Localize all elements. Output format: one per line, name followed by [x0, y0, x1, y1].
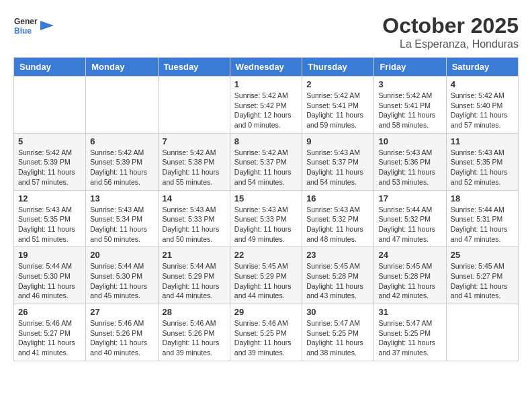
calendar-cell: 11Sunrise: 5:43 AM Sunset: 5:35 PM Dayli… — [446, 133, 518, 190]
day-info: Sunrise: 5:43 AM Sunset: 5:35 PM Dayligh… — [18, 205, 81, 244]
day-number: 15 — [234, 193, 298, 203]
calendar-cell: 27Sunrise: 5:46 AM Sunset: 5:26 PM Dayli… — [86, 304, 158, 361]
calendar-cell: 25Sunrise: 5:45 AM Sunset: 5:27 PM Dayli… — [446, 247, 518, 304]
month-title: October 2025 — [382, 13, 519, 38]
day-info: Sunrise: 5:45 AM Sunset: 5:27 PM Dayligh… — [451, 261, 514, 301]
day-info: Sunrise: 5:42 AM Sunset: 5:39 PM Dayligh… — [18, 148, 81, 187]
day-number: 2 — [306, 79, 369, 89]
day-info: Sunrise: 5:43 AM Sunset: 5:37 PM Dayligh… — [306, 148, 369, 187]
calendar-cell: 22Sunrise: 5:45 AM Sunset: 5:29 PM Dayli… — [230, 247, 302, 304]
calendar-cell: 12Sunrise: 5:43 AM Sunset: 5:35 PM Dayli… — [14, 190, 86, 247]
calendar-cell: 14Sunrise: 5:43 AM Sunset: 5:33 PM Dayli… — [158, 190, 230, 247]
day-number: 5 — [18, 136, 81, 146]
calendar-cell: 8Sunrise: 5:42 AM Sunset: 5:37 PM Daylig… — [230, 133, 302, 190]
day-number: 24 — [378, 250, 441, 260]
calendar-cell: 30Sunrise: 5:47 AM Sunset: 5:25 PM Dayli… — [302, 304, 374, 361]
calendar-cell: 7Sunrise: 5:42 AM Sunset: 5:38 PM Daylig… — [158, 133, 230, 190]
day-info: Sunrise: 5:43 AM Sunset: 5:33 PM Dayligh… — [163, 205, 226, 244]
day-number: 25 — [451, 250, 514, 260]
day-number: 30 — [306, 307, 369, 317]
day-info: Sunrise: 5:45 AM Sunset: 5:29 PM Dayligh… — [234, 261, 298, 301]
day-info: Sunrise: 5:47 AM Sunset: 5:25 PM Dayligh… — [378, 318, 441, 358]
day-info: Sunrise: 5:46 AM Sunset: 5:26 PM Dayligh… — [90, 318, 153, 358]
day-number: 26 — [18, 307, 81, 317]
day-number: 27 — [90, 307, 153, 317]
calendar-cell — [158, 77, 230, 134]
calendar-cell: 5Sunrise: 5:42 AM Sunset: 5:39 PM Daylig… — [14, 133, 86, 190]
calendar-cell — [86, 77, 158, 134]
title-block: October 2025 La Esperanza, Honduras — [382, 13, 519, 50]
day-info: Sunrise: 5:46 AM Sunset: 5:27 PM Dayligh… — [18, 318, 81, 358]
svg-marker-3 — [40, 21, 54, 30]
svg-text:Blue: Blue — [14, 26, 32, 36]
day-info: Sunrise: 5:42 AM Sunset: 5:37 PM Dayligh… — [234, 148, 298, 187]
day-number: 7 — [163, 136, 226, 146]
day-info: Sunrise: 5:42 AM Sunset: 5:40 PM Dayligh… — [451, 91, 514, 130]
svg-text:General: General — [14, 17, 38, 26]
weekday-header-thursday: Thursday — [302, 58, 374, 77]
day-info: Sunrise: 5:47 AM Sunset: 5:25 PM Dayligh… — [306, 318, 369, 358]
calendar-cell: 28Sunrise: 5:46 AM Sunset: 5:26 PM Dayli… — [158, 304, 230, 361]
day-number: 21 — [163, 250, 226, 260]
calendar-cell: 20Sunrise: 5:44 AM Sunset: 5:30 PM Dayli… — [86, 247, 158, 304]
weekday-header-monday: Monday — [86, 58, 158, 77]
weekday-header-wednesday: Wednesday — [230, 58, 302, 77]
day-info: Sunrise: 5:44 AM Sunset: 5:30 PM Dayligh… — [18, 261, 81, 301]
day-info: Sunrise: 5:42 AM Sunset: 5:39 PM Dayligh… — [90, 148, 153, 187]
calendar-cell: 16Sunrise: 5:43 AM Sunset: 5:32 PM Dayli… — [302, 190, 374, 247]
day-info: Sunrise: 5:42 AM Sunset: 5:42 PM Dayligh… — [234, 91, 298, 130]
day-number: 31 — [378, 307, 441, 317]
calendar-cell: 9Sunrise: 5:43 AM Sunset: 5:37 PM Daylig… — [302, 133, 374, 190]
day-number: 17 — [378, 193, 441, 203]
week-row-1: 1Sunrise: 5:42 AM Sunset: 5:42 PM Daylig… — [14, 77, 519, 134]
calendar-cell: 24Sunrise: 5:45 AM Sunset: 5:28 PM Dayli… — [374, 247, 446, 304]
day-number: 28 — [163, 307, 226, 317]
calendar-cell: 2Sunrise: 5:42 AM Sunset: 5:41 PM Daylig… — [302, 77, 374, 134]
day-info: Sunrise: 5:45 AM Sunset: 5:28 PM Dayligh… — [306, 261, 369, 301]
calendar-cell: 18Sunrise: 5:44 AM Sunset: 5:31 PM Dayli… — [446, 190, 518, 247]
day-info: Sunrise: 5:43 AM Sunset: 5:35 PM Dayligh… — [451, 148, 514, 187]
day-number: 9 — [306, 136, 369, 146]
week-row-5: 26Sunrise: 5:46 AM Sunset: 5:27 PM Dayli… — [14, 304, 519, 361]
week-row-4: 19Sunrise: 5:44 AM Sunset: 5:30 PM Dayli… — [14, 247, 519, 304]
day-info: Sunrise: 5:42 AM Sunset: 5:41 PM Dayligh… — [378, 91, 441, 130]
day-info: Sunrise: 5:43 AM Sunset: 5:33 PM Dayligh… — [234, 205, 298, 244]
calendar-cell: 26Sunrise: 5:46 AM Sunset: 5:27 PM Dayli… — [14, 304, 86, 361]
week-row-2: 5Sunrise: 5:42 AM Sunset: 5:39 PM Daylig… — [14, 133, 519, 190]
calendar-cell: 29Sunrise: 5:46 AM Sunset: 5:25 PM Dayli… — [230, 304, 302, 361]
day-number: 8 — [234, 136, 298, 146]
calendar-cell — [14, 77, 86, 134]
day-number: 19 — [18, 250, 81, 260]
day-number: 29 — [234, 307, 298, 317]
day-number: 14 — [163, 193, 226, 203]
day-info: Sunrise: 5:44 AM Sunset: 5:31 PM Dayligh… — [451, 205, 514, 244]
day-number: 3 — [378, 79, 441, 89]
day-number: 20 — [90, 250, 153, 260]
day-info: Sunrise: 5:44 AM Sunset: 5:32 PM Dayligh… — [378, 205, 441, 244]
calendar-table: SundayMondayTuesdayWednesdayThursdayFrid… — [13, 57, 519, 361]
calendar-cell — [446, 304, 518, 361]
day-number: 23 — [306, 250, 369, 260]
calendar-cell: 1Sunrise: 5:42 AM Sunset: 5:42 PM Daylig… — [230, 77, 302, 134]
calendar-cell: 17Sunrise: 5:44 AM Sunset: 5:32 PM Dayli… — [374, 190, 446, 247]
weekday-header-row: SundayMondayTuesdayWednesdayThursdayFrid… — [14, 58, 519, 77]
day-info: Sunrise: 5:45 AM Sunset: 5:28 PM Dayligh… — [378, 261, 441, 301]
calendar-cell: 4Sunrise: 5:42 AM Sunset: 5:40 PM Daylig… — [446, 77, 518, 134]
day-number: 16 — [306, 193, 369, 203]
day-number: 18 — [451, 193, 514, 203]
day-info: Sunrise: 5:42 AM Sunset: 5:41 PM Dayligh… — [306, 91, 369, 130]
day-info: Sunrise: 5:42 AM Sunset: 5:38 PM Dayligh… — [163, 148, 226, 187]
calendar-cell: 31Sunrise: 5:47 AM Sunset: 5:25 PM Dayli… — [374, 304, 446, 361]
week-row-3: 12Sunrise: 5:43 AM Sunset: 5:35 PM Dayli… — [14, 190, 519, 247]
location-subtitle: La Esperanza, Honduras — [382, 38, 519, 50]
day-info: Sunrise: 5:44 AM Sunset: 5:29 PM Dayligh… — [163, 261, 226, 301]
day-info: Sunrise: 5:43 AM Sunset: 5:34 PM Dayligh… — [90, 205, 153, 244]
day-number: 22 — [234, 250, 298, 260]
day-info: Sunrise: 5:46 AM Sunset: 5:25 PM Dayligh… — [234, 318, 298, 358]
day-number: 12 — [18, 193, 81, 203]
calendar-cell: 6Sunrise: 5:42 AM Sunset: 5:39 PM Daylig… — [86, 133, 158, 190]
day-number: 4 — [451, 79, 514, 89]
calendar-cell: 19Sunrise: 5:44 AM Sunset: 5:30 PM Dayli… — [14, 247, 86, 304]
logo: General Blue — [13, 13, 54, 38]
day-number: 6 — [90, 136, 153, 146]
